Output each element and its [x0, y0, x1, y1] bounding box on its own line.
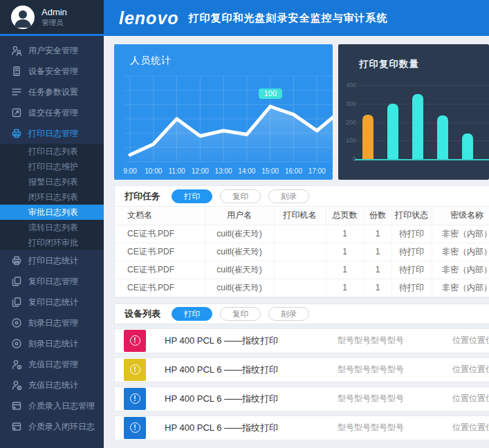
device-status-icon: ! [124, 388, 146, 410]
lenovo-logo: lenovo [119, 8, 179, 28]
x-axis-label: 9:00 [123, 167, 136, 175]
device-status-icon: ! [124, 359, 146, 381]
device-status-icon: ! [124, 330, 146, 352]
table-cell: 待打印 [391, 243, 432, 261]
y-axis-label: 200 [340, 119, 356, 126]
table-cell: 待打印 [391, 279, 432, 297]
sidebar-subitem-label: 审批日志列表 [28, 207, 78, 218]
sidebar-subitem-label: 打印日志列表 [28, 146, 78, 158]
sidebar-item-17[interactable]: 充值日志管理 [0, 354, 104, 375]
device-list-title: 设备列表 [124, 308, 160, 320]
print-tasks-tab-1[interactable]: 复印 [220, 189, 261, 203]
table-cell: 待打印 [391, 261, 432, 279]
sidebar-item-18[interactable]: 充值日志统计 [0, 375, 104, 395]
sidebar-item-3[interactable]: 提交任务管理 [0, 102, 104, 123]
table-row[interactable]: CE证书.PDFcuitl(崔天玲)11待打印非密（内部） [115, 261, 489, 279]
table-cell: cuitl(崔天玲) [205, 279, 274, 297]
sidebar-item-8[interactable]: 闭环日志列表 [0, 189, 104, 205]
device-name: HP 400 PCL 6 ——指纹打印 [165, 335, 278, 347]
printer-icon [11, 128, 22, 139]
column-header-3: 总页数 [326, 207, 364, 225]
table-row[interactable]: CE证书.PDFcuitl(崔天玲)11待打印非密（内部） [115, 243, 489, 261]
bar-1 [387, 104, 398, 159]
sidebar-item-0[interactable]: 用户安全管理 [0, 40, 104, 61]
print-tasks-tab-2[interactable]: 刻录 [268, 189, 309, 203]
recharge-icon [11, 359, 22, 370]
device-row[interactable]: !HP 400 PCL 6 ——指纹打印型号型号型号型号位置位置位置位置 [114, 416, 489, 440]
user-panel[interactable]: Admin 管理员 [0, 0, 104, 36]
sidebar-item-2[interactable]: 任务参数设置 [0, 82, 104, 102]
sidebar-item-4[interactable]: 打印日志管理 [0, 123, 104, 144]
sidebar-item-6[interactable]: 打印日志维护 [0, 159, 104, 174]
print-tasks-table: 文档名用户名打印机名总页数份数打印状态密级名称 CE证书.PDFcuitl(崔天… [115, 207, 489, 297]
sidebar-item-label: 设备安全管理 [28, 66, 78, 77]
device-row[interactable]: !HP 400 PCL 6 ——指纹打印型号型号型号型号位置位置位置位置 [114, 386, 489, 411]
main-content: 人员统计 100 9:0010:0011:0012:0013:0014:0015… [104, 36, 489, 448]
sidebar-item-5[interactable]: 打印日志列表 [0, 144, 104, 159]
print-tasks-tab-0[interactable]: 打印 [172, 189, 212, 203]
device-row[interactable]: !HP 400 PCL 6 ——指纹打印型号型号型号型号位置位置位置位置 [114, 328, 489, 353]
print-copy-count-chart: 打印复印数量 4003002001000 [338, 44, 489, 180]
y-axis-label: 300 [340, 100, 356, 107]
avatar [11, 6, 35, 29]
sidebar-item-label: 打印日志管理 [28, 128, 78, 140]
sidebar-item-15[interactable]: 刻录日志管理 [0, 312, 104, 333]
print-tasks-section: 打印任务 打印复印刻录 文档名用户名打印机名总页数份数打印状态密级名称 CE证书… [114, 185, 489, 298]
x-axis-label: 15:00 [261, 167, 279, 175]
sidebar-item-12[interactable]: 打印日志统计 [0, 250, 104, 271]
bar-3 [437, 115, 448, 159]
table-cell: cuitl(崔天玲) [205, 261, 274, 279]
table-cell: 1 [326, 279, 364, 297]
sidebar-item-1[interactable]: 设备安全管理 [0, 61, 104, 82]
x-axis-label: 10:00 [145, 167, 162, 175]
sidebar-item-7[interactable]: 报警日志列表 [0, 174, 104, 189]
alert-icon: ! [130, 422, 140, 433]
sidebar: Admin 管理员 用户安全管理设备安全管理任务参数设置提交任务管理打印日志管理… [0, 0, 104, 448]
sidebar-item-13[interactable]: 复印日志管理 [0, 271, 104, 292]
sidebar-item-10[interactable]: 流转日志列表 [0, 220, 104, 235]
table-cell: 1 [326, 225, 364, 243]
device-location: 位置位置位置位置 [452, 335, 489, 346]
sidebar-item-14[interactable]: 复印日志统计 [0, 292, 104, 312]
disc-icon [11, 338, 22, 349]
x-axis-label: 14:00 [238, 167, 255, 175]
x-axis-label: 17:00 [308, 167, 326, 175]
devices-tab-0[interactable]: 打印 [172, 307, 212, 321]
alert-icon: ! [130, 393, 140, 404]
staff-stats-chart: 人员统计 100 9:0010:0011:0012:0013:0014:0015… [114, 44, 333, 180]
sidebar-item-16[interactable]: 刻录日志统计 [0, 333, 104, 354]
table-cell: 非密（内部） [432, 279, 489, 297]
device-row[interactable]: !HP 400 PCL 6 ——指纹打印型号型号型号型号位置位置位置位置 [114, 357, 489, 382]
device-location: 位置位置位置位置 [452, 393, 489, 404]
copy-icon [11, 297, 22, 308]
table-cell: 非密（内部） [432, 243, 489, 261]
devices-tab-2[interactable]: 刻录 [268, 307, 309, 321]
table-row[interactable]: CE证书.PDFcuitl(崔天玲)11待打印非密（内部） [115, 279, 489, 297]
topbar: lenovo 打印复印和光盘刻录安全监控与审计系统 [104, 0, 489, 36]
sidebar-item-11[interactable]: 打印闭环审批 [0, 235, 104, 250]
axis-baseline [355, 159, 489, 160]
table-cell [274, 261, 326, 279]
sidebar-subitem-label: 报警日志列表 [28, 176, 78, 188]
column-header-0: 文档名 [115, 207, 205, 225]
x-axis-label: 16:00 [285, 167, 302, 175]
sidebar-item-label: 复印日志统计 [28, 297, 78, 308]
table-cell [274, 279, 326, 297]
devices-tab-1[interactable]: 复印 [220, 307, 261, 321]
table-row[interactable]: CE证书.PDFcuitl(崔天玲)11待打印非密（内部） [115, 225, 489, 243]
sidebar-item-20[interactable]: 介质录入闭环日志 [0, 416, 104, 437]
sidebar-subitem-label: 打印闭环审批 [28, 237, 78, 249]
sidebar-item-label: 用户安全管理 [28, 45, 78, 57]
submit-icon [11, 107, 22, 118]
sidebar-item-19[interactable]: 介质录入日志管理 [0, 395, 104, 416]
device-location: 位置位置位置位置 [452, 422, 489, 433]
table-cell: 待打印 [391, 225, 432, 243]
table-cell: CE证书.PDF [115, 225, 205, 243]
sidebar-item-label: 刻录日志统计 [28, 338, 78, 350]
sidebar-item-9[interactable]: 审批日志列表 [0, 205, 104, 220]
chart-tooltip: 100 [259, 88, 282, 99]
user-icon [11, 45, 22, 56]
table-cell: CE证书.PDF [115, 243, 205, 261]
sidebar-subitem-label: 打印日志维护 [28, 161, 78, 173]
table-cell: CE证书.PDF [115, 279, 205, 297]
